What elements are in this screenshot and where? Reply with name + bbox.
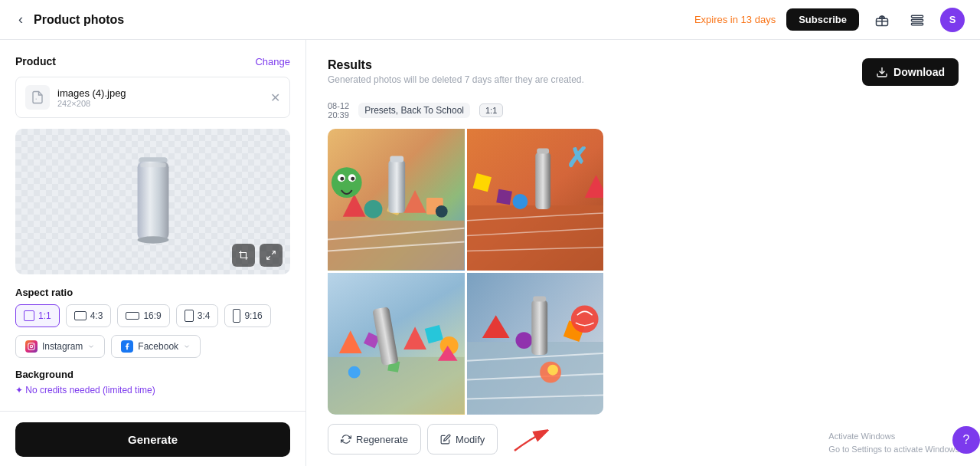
preset-tag: Presets, Back To School: [358, 103, 470, 118]
content-area: Results Generated photos will be deleted…: [306, 40, 980, 466]
svg-point-61: [547, 365, 558, 376]
scene-4-svg: [467, 273, 604, 415]
svg-point-49: [348, 366, 361, 379]
date-time: 20:39: [328, 110, 349, 120]
modify-button[interactable]: Modify: [427, 424, 498, 455]
svg-point-27: [340, 177, 344, 181]
crop-button[interactable]: [232, 244, 255, 267]
product-section-header: Product Change: [15, 55, 290, 67]
facebook-button[interactable]: Facebook: [111, 335, 201, 358]
file-size: 242×208: [57, 99, 263, 108]
svg-rect-30: [390, 156, 403, 162]
svg-rect-3: [912, 23, 923, 25]
svg-point-28: [351, 177, 354, 181]
avatar[interactable]: S: [940, 8, 965, 32]
expand-button[interactable]: [260, 244, 283, 267]
svg-point-58: [515, 332, 532, 349]
change-link[interactable]: Change: [255, 56, 290, 67]
help-button[interactable]: ?: [952, 426, 980, 454]
file-name: images (4).jpeg: [57, 87, 263, 99]
aspect-4-3-label: 4:3: [90, 310, 103, 321]
date-row: 08-12 20:39 Presets, Back To School 1:1: [328, 101, 959, 120]
scene-2-svg: ✗: [467, 129, 604, 271]
generate-button[interactable]: Generate: [15, 422, 290, 457]
aspect-1-1[interactable]: 1:1: [15, 304, 60, 327]
modify-label: Modify: [456, 434, 485, 445]
svg-rect-2: [912, 19, 923, 21]
download-button[interactable]: Download: [862, 58, 959, 86]
image-grid: ✗: [328, 129, 603, 415]
svg-rect-31: [467, 205, 604, 270]
instagram-button[interactable]: Instagram: [15, 335, 105, 358]
windows-line2: Go to Settings to activate Windows.: [828, 443, 962, 456]
grid-image-2[interactable]: ✗: [467, 129, 604, 271]
svg-marker-37: [584, 175, 603, 198]
file-card: images (4).jpeg 242×208 ✕: [15, 77, 290, 118]
svg-rect-45: [425, 325, 443, 343]
aspect-4-3-icon: [74, 311, 87, 320]
aspect-9-16[interactable]: 9:16: [224, 304, 270, 327]
aspect-ratio-label: Aspect ratio: [15, 287, 290, 298]
svg-marker-23: [403, 190, 426, 213]
svg-point-8: [137, 236, 168, 243]
menu-icon[interactable]: [905, 8, 929, 32]
svg-rect-7: [140, 163, 165, 168]
arrow-annotation: [507, 424, 553, 455]
svg-rect-36: [472, 173, 491, 192]
aspect-4-3[interactable]: 4:3: [66, 304, 112, 327]
svg-rect-38: [496, 189, 512, 205]
results-title-block: Results Generated photos will be deleted…: [328, 58, 584, 85]
subscribe-button[interactable]: Subscribe: [786, 8, 859, 31]
results-header: Results Generated photos will be deleted…: [328, 58, 959, 86]
svg-rect-6: [137, 162, 168, 240]
scene-3-svg: [328, 273, 465, 415]
grid-image-4[interactable]: [467, 273, 604, 415]
instagram-label: Instagram: [42, 341, 83, 352]
aspect-options-group: 1:1 4:3 16:9 3:4: [15, 304, 290, 327]
preview-image-wrapper: [115, 150, 191, 253]
aspect-3-4-label: 3:4: [198, 310, 211, 321]
modify-icon: [440, 434, 451, 445]
results-subtitle: Generated photos will be deleted 7 days …: [328, 74, 584, 85]
svg-rect-41: [537, 149, 549, 154]
preview-area: [15, 129, 290, 274]
svg-line-10: [267, 256, 270, 259]
svg-rect-40: [535, 153, 550, 209]
svg-point-12: [30, 345, 32, 347]
regenerate-button[interactable]: Regenerate: [328, 424, 421, 455]
aspect-3-4[interactable]: 3:4: [176, 304, 219, 327]
scene-1-svg: [328, 129, 465, 271]
svg-rect-62: [531, 300, 547, 354]
gift-icon[interactable]: [870, 8, 894, 32]
header-right: Expires in 13 days Subscribe S: [694, 8, 965, 32]
aspect-16-9[interactable]: 16:9: [117, 304, 169, 327]
svg-rect-15: [328, 221, 465, 270]
aspect-9-16-label: 9:16: [244, 310, 262, 321]
windows-watermark: Activate Windows Go to Settings to activ…: [828, 430, 962, 455]
grid-image-1[interactable]: [328, 129, 465, 271]
instagram-icon: [25, 340, 38, 353]
regenerate-icon: [341, 434, 351, 445]
svg-marker-56: [482, 315, 509, 338]
grid-image-3[interactable]: [328, 273, 465, 415]
svg-marker-46: [403, 327, 426, 350]
svg-rect-1: [912, 15, 923, 18]
svg-line-9: [272, 251, 275, 254]
aspect-1-1-icon: [24, 310, 34, 321]
aspect-3-4-icon: [185, 310, 194, 322]
back-button[interactable]: ‹: [15, 8, 26, 31]
credits-note: ✦ No credits needed (limited time): [15, 385, 290, 395]
header: ‹ Product photos Expires in 13 days Subs…: [0, 0, 980, 40]
file-close-button[interactable]: ✕: [270, 90, 280, 105]
svg-rect-63: [533, 297, 546, 302]
svg-text:✗: ✗: [565, 143, 587, 172]
facebook-label: Facebook: [138, 341, 178, 352]
date-month: 08-12: [328, 101, 349, 110]
help-icon: ?: [963, 433, 970, 447]
svg-rect-29: [388, 159, 405, 212]
download-label: Download: [893, 66, 945, 78]
svg-point-59: [570, 305, 598, 333]
background-section: Background ✦ No credits needed (limited …: [15, 369, 290, 395]
regenerate-label: Regenerate: [356, 434, 408, 445]
aspect-16-9-label: 16:9: [143, 310, 161, 321]
